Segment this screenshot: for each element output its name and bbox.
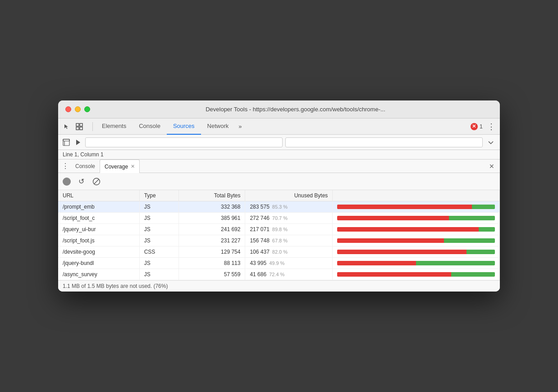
close-button[interactable] [65, 106, 71, 112]
cell-total: 332 368 [178, 201, 245, 213]
bar-used [451, 272, 495, 277]
tab-console[interactable]: Console [133, 119, 167, 135]
unused-num: 156 748 [250, 237, 269, 244]
unused-pct: 49.9 % [269, 260, 284, 266]
panel-header: ⋮ Console Coverage ✕ ✕ [58, 160, 500, 173]
cell-total: 241 692 [178, 224, 245, 235]
table-header: URL Type Total Bytes Unused Bytes [58, 190, 500, 201]
bar-used [449, 216, 495, 220]
coverage-panel: ⋮ Console Coverage ✕ ✕ ↺ [58, 160, 500, 292]
bar-unused [337, 216, 448, 220]
cell-type: JS [139, 269, 178, 280]
cell-url: /async_survey [58, 269, 139, 280]
minimize-button[interactable] [75, 106, 81, 112]
tab-network[interactable]: Network [201, 119, 235, 135]
coverage-bar [337, 205, 495, 209]
table-row[interactable]: /devsite-goog CSS 129 754 106 437 82.0 % [58, 246, 500, 258]
cell-url: /jquery_ui-bur [58, 224, 139, 235]
cell-unused: 156 748 67.8 % [245, 235, 333, 246]
bar-used [444, 238, 495, 243]
panel-close-button[interactable]: ✕ [487, 162, 496, 171]
search-input-right[interactable] [285, 137, 483, 147]
title-bar: Developer Tools - https://developers.goo… [58, 100, 500, 119]
cell-url: /script_foot_c [58, 213, 139, 224]
traffic-lights [65, 106, 90, 112]
tab-more[interactable]: » [235, 119, 245, 135]
coverage-table-body: /prompt_emb JS 332 368 283 575 85.3 % /s… [58, 201, 500, 280]
col-unused-bytes: Unused Bytes [245, 190, 333, 201]
error-count: 1 [480, 123, 483, 130]
secondary-toolbar [58, 135, 500, 150]
error-badge: ✕ 1 [471, 123, 483, 130]
toolbar-separator [92, 122, 93, 131]
coverage-bar [337, 272, 495, 277]
cell-bar [333, 201, 500, 213]
svg-rect-3 [80, 127, 82, 130]
footer-text: 1.1 MB of 1.5 MB bytes are not used. (76… [63, 283, 168, 289]
coverage-bar [337, 216, 495, 220]
coverage-close-btn[interactable]: ✕ [131, 164, 135, 169]
clear-button[interactable] [91, 177, 101, 187]
tab-elements[interactable]: Elements [96, 119, 133, 135]
reload-button[interactable]: ↺ [76, 177, 86, 187]
menu-icon[interactable]: ⋮ [486, 122, 496, 132]
cell-unused: 43 995 49.9 % [245, 258, 333, 269]
play-icon[interactable] [73, 138, 82, 147]
unused-num: 283 575 [250, 204, 269, 210]
unused-num: 43 995 [250, 260, 266, 266]
panel-tab-console[interactable]: Console [71, 160, 100, 173]
table-row[interactable]: /prompt_emb JS 332 368 283 575 85.3 % [58, 201, 500, 213]
cell-type: JS [139, 201, 178, 213]
unused-pct: 85.3 % [272, 204, 288, 210]
search-input-left[interactable] [85, 137, 283, 147]
cell-bar [333, 235, 500, 246]
cell-total: 88 113 [178, 258, 245, 269]
panel-tab-coverage[interactable]: Coverage ✕ [100, 160, 140, 173]
table-row[interactable]: /jquery_ui-bur JS 241 692 217 071 89.8 % [58, 224, 500, 235]
coverage-footer: 1.1 MB of 1.5 MB bytes are not used. (76… [58, 280, 500, 292]
coverage-bar [337, 227, 495, 232]
cell-unused: 106 437 82.0 % [245, 246, 333, 258]
expand-icon[interactable] [485, 137, 496, 148]
inspect-icon[interactable] [74, 122, 84, 132]
unused-num: 41 686 [250, 271, 266, 278]
coverage-bar [337, 238, 495, 243]
table-row[interactable]: /jquery-bundl JS 88 113 43 995 49.9 % [58, 258, 500, 269]
main-tab-list: Elements Console Sources Network » [96, 119, 246, 134]
table-row[interactable]: /script_foot_c JS 385 961 272 746 70.7 % [58, 213, 500, 224]
record-button[interactable] [63, 178, 71, 186]
unused-num: 217 071 [250, 226, 269, 232]
svg-rect-5 [63, 139, 69, 146]
cell-unused: 217 071 89.8 % [245, 224, 333, 235]
cursor-icon[interactable] [62, 122, 72, 132]
table-row[interactable]: /async_survey JS 57 559 41 686 72.4 % [58, 269, 500, 280]
maximize-button[interactable] [84, 106, 90, 112]
coverage-bar [337, 250, 495, 254]
bar-used [467, 250, 495, 254]
coverage-toolbar: ↺ [58, 173, 500, 190]
cell-total: 57 559 [178, 269, 245, 280]
status-text: Line 1, Column 1 [63, 151, 104, 158]
bar-unused [337, 238, 444, 243]
coverage-table: URL Type Total Bytes Unused Bytes /promp… [58, 190, 500, 280]
cell-total: 129 754 [178, 246, 245, 258]
bar-unused [337, 261, 416, 265]
col-bar [333, 190, 500, 201]
bar-unused [337, 205, 471, 209]
cell-bar [333, 258, 500, 269]
cell-total: 385 961 [178, 213, 245, 224]
cell-total: 231 227 [178, 235, 245, 246]
table-row[interactable]: /script_foot.js JS 231 227 156 748 67.8 … [58, 235, 500, 246]
cell-type: JS [139, 235, 178, 246]
panel-toggle-icon[interactable] [62, 138, 71, 147]
col-url: URL [58, 190, 139, 201]
unused-pct: 72.4 % [269, 272, 284, 277]
bar-used [472, 205, 495, 209]
cell-type: JS [139, 213, 178, 224]
tab-sources[interactable]: Sources [167, 119, 201, 135]
panel-dots-menu[interactable]: ⋮ [62, 162, 68, 170]
cell-unused: 41 686 72.4 % [245, 269, 333, 280]
cell-bar [333, 269, 500, 280]
bar-unused [337, 227, 479, 232]
svg-rect-1 [80, 123, 82, 126]
